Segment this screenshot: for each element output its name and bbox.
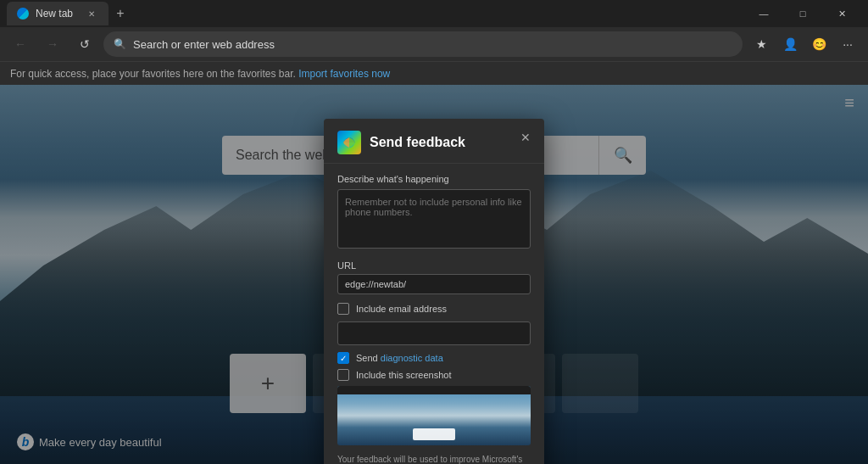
search-icon: 🔍 [114,38,126,50]
include-email-checkbox[interactable] [337,303,349,315]
describe-label: Describe what's happening [337,174,531,184]
tab-area: New tab ✕ + [7,2,744,25]
dialog-title: Send feedback [370,135,465,150]
include-email-row: Include email address [337,303,531,315]
maximize-button[interactable]: □ [783,0,822,27]
title-bar: New tab ✕ + — □ ✕ [0,0,868,27]
screenshot-bar [337,386,531,394]
new-tab-button[interactable]: + [108,2,132,25]
forward-button[interactable]: → [39,31,66,58]
emoji-button[interactable]: 😊 [805,31,832,58]
diagnostic-data-link[interactable]: diagnostic data [381,353,443,363]
screenshot-inner [413,428,455,440]
active-tab[interactable]: New tab ✕ [7,2,108,25]
dialog-logo [337,131,361,154]
close-button[interactable]: ✕ [822,0,861,27]
include-screenshot-row: Include this screenshot [337,369,531,381]
send-diagnostic-label: Send diagnostic data [356,353,443,363]
address-text: Search or enter web address [133,38,732,51]
include-screenshot-checkbox[interactable] [337,369,349,381]
favorites-bar-text: For quick access, place your favorites h… [10,68,296,80]
send-diagnostic-checkbox[interactable] [337,352,349,364]
dialog-header: Send feedback ✕ [324,119,544,164]
dialog-body: Describe what's happening URL Include em… [324,164,544,464]
nav-actions: ★ 👤 😊 ··· [748,31,861,58]
url-label: URL [337,260,531,271]
dialog-close-button[interactable]: ✕ [517,129,534,146]
url-input[interactable] [337,274,531,294]
privacy-text: Your feedback will be used to improve Mi… [337,454,531,464]
navigation-bar: ← → ↺ 🔍 Search or enter web address ★ 👤 … [0,27,868,61]
feedback-dialog: Send feedback ✕ Describe what's happenin… [324,119,544,464]
tab-close-button[interactable]: ✕ [85,7,98,20]
minimize-button[interactable]: — [744,0,783,27]
favorites-button[interactable]: ★ [748,31,775,58]
include-email-label: Include email address [356,304,447,314]
refresh-button[interactable]: ↺ [71,31,98,58]
email-input[interactable] [337,321,531,345]
tab-label: New tab [36,8,73,20]
back-button[interactable]: ← [7,31,34,58]
window-controls: — □ ✕ [744,0,861,27]
tab-favicon [17,8,29,20]
more-button[interactable]: ··· [834,31,861,58]
profile-button[interactable]: 👤 [776,31,804,58]
address-bar[interactable]: 🔍 Search or enter web address [103,31,743,57]
feedback-textarea[interactable] [337,189,531,249]
include-screenshot-label: Include this screenshot [356,370,452,380]
main-content: ≡ Search the web 🔍 + b Make every day be… [0,85,868,464]
import-favorites-link[interactable]: Import favorites now [298,68,390,80]
screenshot-preview [337,386,531,445]
send-diagnostic-row: Send diagnostic data [337,352,531,364]
favorites-bar: For quick access, place your favorites h… [0,61,868,85]
